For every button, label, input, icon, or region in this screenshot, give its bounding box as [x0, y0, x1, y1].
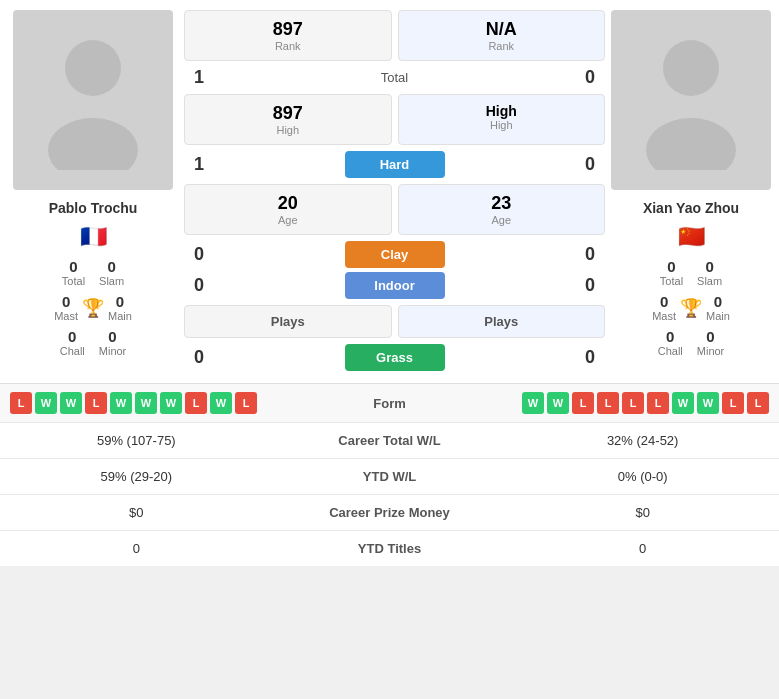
form-badge: L [10, 392, 32, 414]
player1-plays-lbl: Plays [185, 314, 391, 329]
clay-p1: 0 [184, 244, 214, 265]
svg-point-1 [48, 118, 138, 170]
player1-age-card: 20 Age [184, 184, 392, 235]
form-badge: W [110, 392, 132, 414]
player2-name: Xian Yao Zhou [643, 200, 739, 216]
total-p2: 0 [575, 67, 605, 88]
player2-mast: 0 Mast [652, 293, 676, 322]
total-label: Total [381, 70, 408, 85]
player1-lower-stats: 0 Chall 0 Minor [60, 328, 127, 357]
form-badge: W [547, 392, 569, 414]
player2-high-lbl: High [399, 119, 605, 131]
form-badge: W [160, 392, 182, 414]
form-badge: L [597, 392, 619, 414]
total-row: 1 Total 0 [184, 65, 605, 90]
indoor-row: 0 Indoor 0 [184, 270, 605, 301]
form-badge: L [235, 392, 257, 414]
indoor-button[interactable]: Indoor [345, 272, 445, 299]
player2-high-val: High [399, 103, 605, 119]
player1-high-card: 897 High [184, 94, 392, 145]
player1-age-val: 20 [185, 193, 391, 214]
player2-avatar [611, 10, 771, 190]
form-badge: W [135, 392, 157, 414]
player1-avatar [13, 10, 173, 190]
player2-high-card: High High [398, 94, 606, 145]
player2-main-stats: 0 Total 0 Slam [660, 258, 722, 287]
player2-main: 0 Main [706, 293, 730, 322]
grass-p2: 0 [575, 347, 605, 368]
svg-point-3 [646, 118, 736, 170]
hard-p1: 1 [184, 154, 214, 175]
main-container: Pablo Trochu 🇫🇷 0 Total 0 Slam 0 Mast 🏆 [0, 0, 779, 566]
player1-chall: 0 Chall [60, 328, 85, 357]
player2-trophy-row: 0 Mast 🏆 0 Main [652, 293, 730, 322]
player2-chall: 0 Chall [658, 328, 683, 357]
player2-rank-val: N/A [399, 19, 605, 40]
form-badge: W [210, 392, 232, 414]
player2-slam: 0 Slam [697, 258, 722, 287]
player2-career-wl: 32% (24-52) [506, 423, 779, 459]
player1-name: Pablo Trochu [49, 200, 138, 216]
svg-point-0 [65, 40, 121, 96]
form-badge: L [85, 392, 107, 414]
clay-button[interactable]: Clay [345, 241, 445, 268]
center-panel: 897 Rank N/A Rank 1 Total 0 897 High [184, 10, 605, 373]
player1-rank-lbl: Rank [185, 40, 391, 52]
form-badge: W [522, 392, 544, 414]
clay-p2: 0 [575, 244, 605, 265]
player1-slam: 0 Slam [99, 258, 124, 287]
player2-minor: 0 Minor [697, 328, 725, 357]
grass-p1: 0 [184, 347, 214, 368]
trophy-icon-left: 🏆 [82, 297, 104, 319]
player-comparison: Pablo Trochu 🇫🇷 0 Total 0 Slam 0 Mast 🏆 [0, 0, 779, 383]
form-badge: W [672, 392, 694, 414]
player2-rank-lbl: Rank [399, 40, 605, 52]
player1-trophy-row: 0 Mast 🏆 0 Main [54, 293, 132, 322]
player1-form: LWWLWWWLWL [10, 392, 257, 414]
career-wl-label: Career Total W/L [273, 423, 507, 459]
ytd-titles-label: YTD Titles [273, 531, 507, 567]
player1-main: 0 Main [108, 293, 132, 322]
grass-button[interactable]: Grass [345, 344, 445, 371]
player1-total: 0 Total [62, 258, 85, 287]
player2-rank-card: N/A Rank [398, 10, 606, 61]
form-badge: W [697, 392, 719, 414]
form-badge: L [647, 392, 669, 414]
stats-table: 59% (107-75) Career Total W/L 32% (24-52… [0, 422, 779, 566]
player2-panel: Xian Yao Zhou 🇨🇳 0 Total 0 Slam 0 Mast � [611, 10, 771, 373]
hard-button[interactable]: Hard [345, 151, 445, 178]
player2-ytd-wl: 0% (0-0) [506, 459, 779, 495]
player1-flag: 🇫🇷 [80, 224, 107, 250]
player1-plays-card: Plays [184, 305, 392, 338]
player2-age-val: 23 [399, 193, 605, 214]
player2-plays-card: Plays [398, 305, 606, 338]
form-badge: W [35, 392, 57, 414]
prize-label: Career Prize Money [273, 495, 507, 531]
player1-prize: $0 [0, 495, 273, 531]
form-section: LWWLWWWLWL Form WWLLLLWWLL [0, 383, 779, 422]
player1-high-lbl: High [185, 124, 391, 136]
player2-lower-stats: 0 Chall 0 Minor [658, 328, 725, 357]
form-badge: W [60, 392, 82, 414]
svg-point-2 [663, 40, 719, 96]
player1-main-stats: 0 Total 0 Slam [62, 258, 124, 287]
player2-form: WWLLLLWWLL [522, 392, 769, 414]
career-wl-row: 59% (107-75) Career Total W/L 32% (24-52… [0, 423, 779, 459]
player1-ytd-wl: 59% (29-20) [0, 459, 273, 495]
form-badge: L [622, 392, 644, 414]
player2-prize: $0 [506, 495, 779, 531]
form-label: Form [350, 396, 430, 411]
player2-total: 0 Total [660, 258, 683, 287]
player1-ytd-titles: 0 [0, 531, 273, 567]
trophy-icon-right: 🏆 [680, 297, 702, 319]
player1-career-wl: 59% (107-75) [0, 423, 273, 459]
prize-row: $0 Career Prize Money $0 [0, 495, 779, 531]
player2-age-card: 23 Age [398, 184, 606, 235]
form-badge: L [185, 392, 207, 414]
player2-plays-lbl: Plays [399, 314, 605, 329]
ytd-wl-row: 59% (29-20) YTD W/L 0% (0-0) [0, 459, 779, 495]
player1-minor: 0 Minor [99, 328, 127, 357]
player1-mast: 0 Mast [54, 293, 78, 322]
form-badge: L [747, 392, 769, 414]
player1-rank-val: 897 [185, 19, 391, 40]
